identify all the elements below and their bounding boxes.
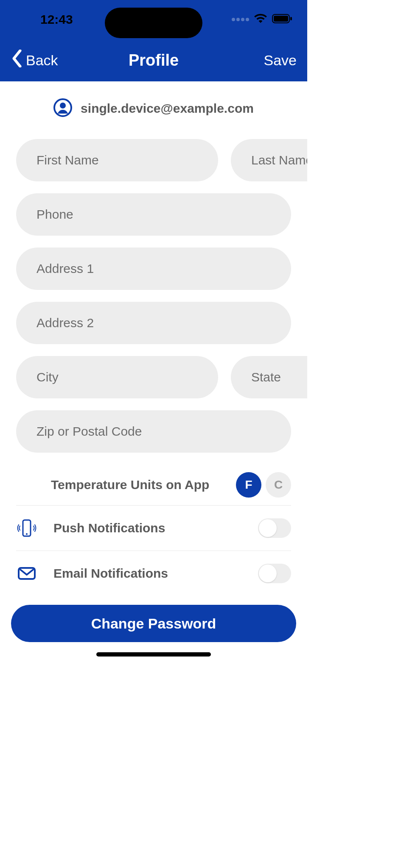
cellular-signal-icon xyxy=(232,18,249,21)
last-name-field[interactable] xyxy=(231,139,307,181)
svg-point-6 xyxy=(26,533,28,535)
toggle-thumb xyxy=(259,519,277,537)
svg-point-4 xyxy=(60,103,66,108)
save-button[interactable]: Save xyxy=(264,52,297,69)
phone-vibrate-icon xyxy=(16,517,37,539)
settings-list: Temperature Units on App F C Push Notifi… xyxy=(16,465,291,596)
change-password-button[interactable]: Change Password xyxy=(11,605,296,642)
temperature-units-row: Temperature Units on App F C xyxy=(16,465,291,506)
phone-field[interactable] xyxy=(16,193,291,236)
bottom-bar: Change Password xyxy=(0,595,307,665)
address2-field[interactable] xyxy=(16,302,291,344)
back-label: Back xyxy=(26,52,58,69)
zip-field[interactable] xyxy=(16,410,291,453)
address1-field[interactable] xyxy=(16,248,291,290)
city-field[interactable] xyxy=(16,356,218,398)
wifi-icon xyxy=(254,14,267,25)
user-header: single.device@example.com xyxy=(16,98,291,119)
state-field[interactable] xyxy=(231,356,307,398)
envelope-icon xyxy=(16,563,37,584)
email-notifications-label: Email Notifications xyxy=(53,566,168,581)
status-bar: 12:43 xyxy=(0,0,307,39)
chevron-left-icon xyxy=(11,50,23,71)
nav-title: Profile xyxy=(129,51,179,70)
temp-unit-fahrenheit[interactable]: F xyxy=(236,472,261,498)
push-notifications-row: Push Notifications xyxy=(16,506,291,551)
user-avatar-icon xyxy=(53,98,72,119)
svg-rect-1 xyxy=(274,16,288,22)
status-time: 12:43 xyxy=(40,12,73,27)
user-email: single.device@example.com xyxy=(81,101,254,116)
svg-rect-2 xyxy=(290,17,292,20)
first-name-field[interactable] xyxy=(16,139,218,181)
temperature-unit-toggle: F C xyxy=(236,472,291,498)
email-notifications-toggle[interactable] xyxy=(258,564,291,583)
email-notifications-row: Email Notifications xyxy=(16,551,291,596)
push-notifications-label: Push Notifications xyxy=(53,521,165,535)
status-icons xyxy=(232,14,292,25)
push-notifications-toggle[interactable] xyxy=(258,518,291,538)
home-indicator[interactable] xyxy=(96,652,211,657)
content: single.device@example.com Temperature Un… xyxy=(0,81,307,596)
battery-icon xyxy=(272,14,292,25)
dynamic-island xyxy=(105,8,202,38)
temperature-units-label: Temperature Units on App xyxy=(51,478,209,492)
toggle-thumb xyxy=(259,565,277,582)
temp-unit-celsius[interactable]: C xyxy=(266,472,291,498)
nav-bar: Back Profile Save xyxy=(0,39,307,81)
back-button[interactable]: Back xyxy=(11,50,58,71)
